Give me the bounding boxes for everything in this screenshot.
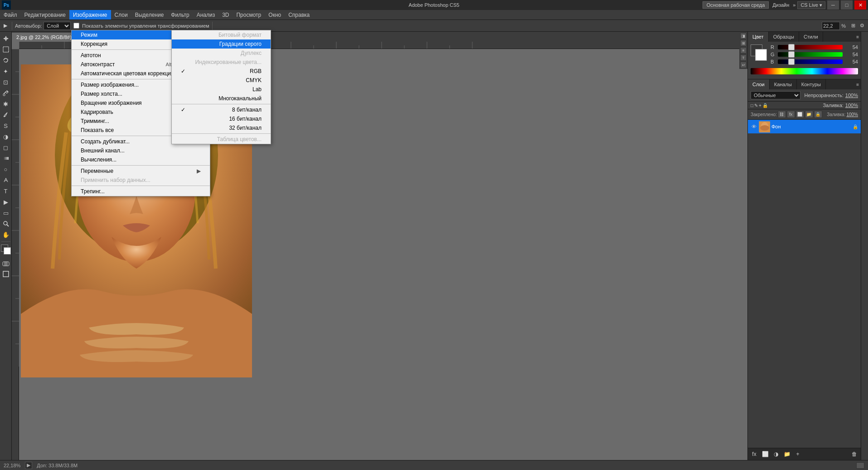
status-arrow-btn[interactable]: ▶	[25, 462, 32, 469]
tool-zoom[interactable]	[1, 219, 11, 229]
b-thumb[interactable]	[788, 59, 795, 65]
add-style-bottom-btn[interactable]: fx	[750, 450, 759, 458]
tool-eraser[interactable]: ◻	[1, 142, 11, 152]
lock-pixels-icon[interactable]: ✎	[754, 103, 758, 108]
new-layer-btn[interactable]: +	[793, 450, 802, 458]
tab-layers[interactable]: Слои	[748, 79, 770, 89]
calculations-menuitem[interactable]: Вычисления...	[72, 155, 210, 164]
delete-layer-btn[interactable]: 🗑	[850, 450, 859, 458]
tool-hand[interactable]: ✋	[1, 230, 11, 240]
tool-path-select[interactable]: ▶	[1, 197, 11, 207]
fill-value[interactable]: 100%	[845, 103, 858, 108]
rgb-menuitem[interactable]: ✓ RGB	[172, 67, 271, 76]
bg-color[interactable]	[4, 247, 11, 255]
expand-icon[interactable]: »	[793, 2, 795, 8]
tool-crop[interactable]: ⊡	[1, 77, 11, 87]
add-style-btn[interactable]: fx	[787, 111, 795, 118]
bg-swatch[interactable]	[755, 49, 767, 61]
color-picker-side-icon[interactable]: ◨	[740, 33, 747, 39]
cmyk-menuitem[interactable]: CMYK	[172, 76, 271, 85]
history-side-icon[interactable]: ↩	[740, 62, 747, 68]
menu-help[interactable]: Справка	[285, 10, 313, 20]
restore-btn[interactable]: □	[841, 0, 853, 10]
tool-magic-wand[interactable]: ✦	[1, 66, 11, 76]
lock-all-icon[interactable]: 🔒	[762, 103, 768, 108]
menu-edit[interactable]: Редактирование	[21, 10, 69, 20]
layer-row-1[interactable]: 👁 Фон 🔒	[748, 120, 861, 133]
color-swatches-toolbar[interactable]	[1, 245, 11, 255]
menu-layer[interactable]: Слои	[111, 10, 131, 20]
text-side-icon[interactable]: T	[740, 54, 747, 61]
layers-side-icon[interactable]: ≡	[740, 47, 747, 54]
tool-screen-mode[interactable]	[1, 269, 11, 279]
tool-move[interactable]	[1, 34, 11, 44]
minimize-btn[interactable]: ─	[827, 0, 839, 10]
zoom-input[interactable]	[822, 22, 840, 30]
bit16-menuitem[interactable]: 16 бит/канал	[172, 114, 271, 123]
menu-analysis[interactable]: Анализ	[193, 10, 219, 20]
add-mask-bottom-btn[interactable]: ⬜	[761, 450, 770, 458]
menu-file[interactable]: Файл	[0, 10, 21, 20]
transform-checkbox[interactable]	[73, 23, 79, 29]
fill-area-value[interactable]: 100%	[846, 112, 858, 117]
lab-menuitem[interactable]: Lab	[172, 85, 271, 94]
menu-view[interactable]: Просмотр	[233, 10, 265, 20]
r-slider[interactable]	[778, 45, 843, 49]
menu-3d[interactable]: 3D	[218, 10, 233, 20]
new-adjustment-btn[interactable]: ◑	[771, 450, 781, 458]
create-group-btn[interactable]: 📁	[805, 111, 813, 118]
trapping-menuitem[interactable]: Трепинг...	[72, 187, 210, 196]
grayscale-menuitem[interactable]: Градации серого	[172, 39, 271, 49]
tool-dodge[interactable]: ○	[1, 164, 11, 174]
status-expand-btn[interactable]	[856, 462, 864, 469]
layers-options-btn[interactable]: ≡	[854, 79, 861, 89]
layer-visibility-eye[interactable]: 👁	[751, 123, 757, 130]
tool-select-rect[interactable]	[1, 44, 11, 54]
g-slider[interactable]	[778, 52, 843, 57]
design-label[interactable]: Дизайн	[771, 2, 791, 8]
tool-gradient[interactable]	[1, 153, 11, 163]
lock-btn[interactable]: 🔒	[814, 111, 822, 118]
b-slider[interactable]	[778, 59, 843, 64]
autoselect-dropdown[interactable]: Слой Группа	[44, 22, 71, 30]
tab-samples[interactable]: Образцы	[769, 32, 799, 42]
tool-text[interactable]: T	[1, 186, 11, 196]
multichannel-menuitem[interactable]: Многоканальный	[172, 94, 271, 103]
link-layers-btn[interactable]: ⛓	[778, 111, 786, 118]
fg-bg-swatches[interactable]	[751, 44, 767, 61]
color-spectrum-bar[interactable]	[751, 68, 858, 74]
opacity-value[interactable]: 100%	[845, 93, 858, 98]
tool-eyedropper[interactable]	[1, 88, 11, 98]
tool-spot-heal[interactable]: ✱	[1, 99, 11, 109]
menu-select[interactable]: Выделение	[131, 10, 168, 20]
lock-position-icon[interactable]: +	[759, 103, 761, 108]
palette-side-icon[interactable]: ⊞	[740, 40, 747, 46]
g-thumb[interactable]	[788, 51, 795, 58]
panel-options-btn[interactable]: ≡	[854, 32, 861, 42]
bit32-menuitem[interactable]: 32 бит/канал	[172, 123, 271, 132]
tool-lasso[interactable]	[1, 55, 11, 65]
new-group-btn[interactable]: 📁	[782, 450, 791, 458]
menu-filter[interactable]: Фильтр	[167, 10, 193, 20]
settings-btn[interactable]: ⚙	[858, 22, 866, 29]
close-btn[interactable]: ✕	[854, 0, 866, 10]
tool-brush[interactable]	[1, 110, 11, 120]
add-mask-btn[interactable]: ⬜	[796, 111, 804, 118]
lock-transparent-icon[interactable]: □	[751, 103, 753, 108]
blend-mode-dropdown[interactable]: Обычные Растворение Затемнение Умножение	[751, 91, 800, 99]
tool-quickmask[interactable]	[1, 258, 11, 268]
tool-stamp[interactable]: S	[1, 121, 11, 131]
tab-styles[interactable]: Стили	[799, 32, 823, 42]
tool-pen[interactable]	[1, 175, 11, 185]
tool-history-brush[interactable]: ◑	[1, 132, 11, 142]
workspace-label[interactable]: Основная рабочая среда	[703, 1, 769, 9]
bit8-menuitem[interactable]: ✓ 8 бит/канал	[172, 105, 271, 114]
variables-menuitem[interactable]: Переменные ▶	[72, 166, 210, 176]
tool-shape[interactable]: ▭	[1, 208, 11, 218]
tab-channels[interactable]: Каналы	[770, 79, 797, 89]
tab-contours[interactable]: Контуры	[797, 79, 826, 89]
arrange-btn[interactable]: ⊞	[849, 22, 857, 29]
cs-live-btn[interactable]: CS Live ▾	[797, 1, 825, 9]
r-thumb[interactable]	[788, 44, 795, 50]
menu-window[interactable]: Окно	[265, 10, 285, 20]
